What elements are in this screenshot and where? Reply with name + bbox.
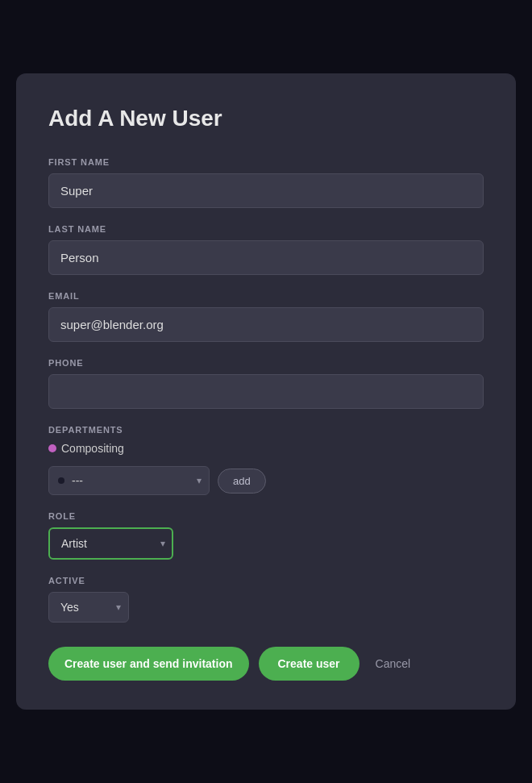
phone-group: PHONE [48, 358, 484, 409]
email-label: EMAIL [48, 291, 484, 301]
active-select-wrapper: Yes No ▾ [48, 592, 129, 623]
active-label: ACTIVE [48, 576, 484, 585]
departments-group: DEPARTMENTS Compositing --- Compositing … [48, 425, 484, 495]
active-select[interactable]: Yes No [48, 592, 129, 623]
role-select-wrapper: Artist Admin Viewer ▾ [48, 527, 173, 560]
role-select[interactable]: Artist Admin Viewer [48, 527, 173, 560]
last-name-label: LAST NAME [48, 224, 484, 234]
first-name-label: FIRST NAME [48, 157, 484, 167]
role-label: ROLE [48, 511, 484, 521]
department-name: Compositing [61, 442, 124, 455]
department-select[interactable]: --- Compositing Animation Rigging [48, 466, 210, 495]
add-department-button[interactable]: add [218, 469, 266, 494]
email-group: EMAIL [48, 291, 484, 342]
last-name-group: LAST NAME [48, 224, 484, 275]
email-input[interactable] [48, 307, 484, 342]
create-user-button[interactable]: Create user [259, 647, 360, 681]
first-name-input[interactable] [48, 173, 484, 208]
role-group: ROLE Artist Admin Viewer ▾ [48, 511, 484, 560]
add-user-modal: Add A New User FIRST NAME LAST NAME EMAI… [16, 73, 516, 710]
form-actions: Create user and send invitation Create u… [48, 647, 484, 681]
modal-overlay: Add A New User FIRST NAME LAST NAME EMAI… [0, 0, 532, 783]
cancel-button[interactable]: Cancel [369, 647, 418, 681]
department-dot-icon [48, 444, 56, 452]
first-name-group: FIRST NAME [48, 157, 484, 208]
departments-label: DEPARTMENTS [48, 425, 484, 435]
phone-input[interactable] [48, 374, 484, 409]
phone-label: PHONE [48, 358, 484, 368]
create-user-invite-button[interactable]: Create user and send invitation [48, 647, 249, 681]
last-name-input[interactable] [48, 240, 484, 275]
active-group: ACTIVE Yes No ▾ [48, 576, 484, 623]
department-tag: Compositing [48, 442, 124, 455]
department-add-row: --- Compositing Animation Rigging ▾ add [48, 466, 484, 495]
department-select-wrapper: --- Compositing Animation Rigging ▾ [48, 466, 210, 495]
modal-title: Add A New User [48, 106, 484, 131]
